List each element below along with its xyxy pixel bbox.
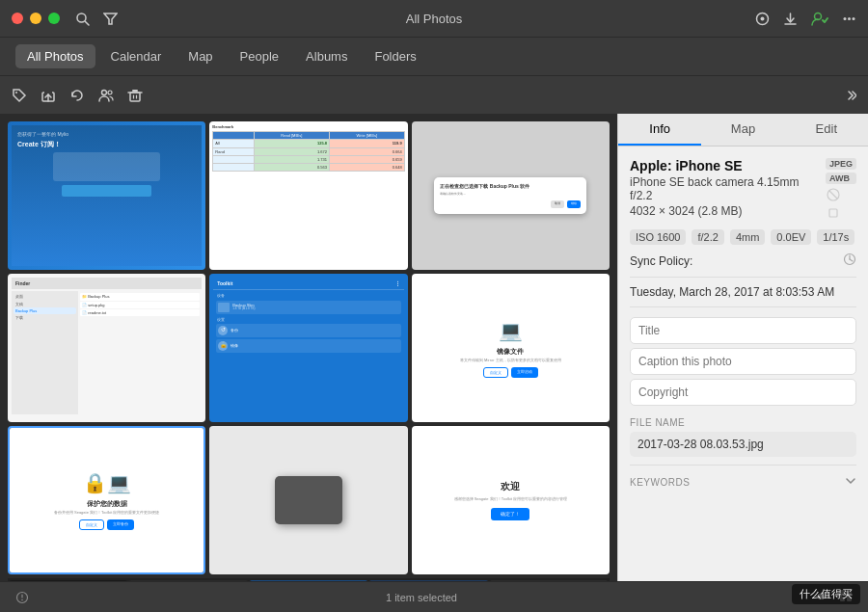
tab-edit[interactable]: Edit xyxy=(785,114,868,146)
grid-item[interactable]: 正在检查您已选择下载 Backup Plus 软件 请确认该软件安装... 取消… xyxy=(412,121,610,270)
title-input[interactable] xyxy=(630,317,856,344)
nav-albums[interactable]: Albums xyxy=(294,44,359,68)
sync-policy-row: Sync Policy: xyxy=(630,253,856,278)
date-row: Tuesday, March 28, 2017 at 8:03:53 AM xyxy=(630,285,856,307)
close-button[interactable] xyxy=(12,13,23,24)
screenshot-harddrive xyxy=(209,426,407,574)
svg-point-8 xyxy=(844,17,847,20)
more-icon[interactable] xyxy=(842,12,856,26)
resolution: 4032 × 3024 (2.8 MB) xyxy=(630,204,820,218)
rotate-icon[interactable] xyxy=(69,88,85,103)
screenshot-dialog: 正在检查您已选择下载 Backup Plus 软件 请确认该软件安装... 取消… xyxy=(412,121,610,270)
bottom-thumb[interactable] xyxy=(250,580,367,581)
nav-calendar[interactable]: Calendar xyxy=(99,44,174,68)
svg-point-4 xyxy=(761,16,765,20)
grid-item[interactable]: Benchmark Read [MB/s] Write [MB/s] All 1… xyxy=(209,121,407,270)
download-icon[interactable] xyxy=(783,12,798,26)
filename-label: FILE NAME xyxy=(630,417,856,428)
grid-item[interactable]: 💻 镜像文件 将文件传输到 Mirror 主机，以防有更多的文档可以重复使用 自… xyxy=(412,274,610,422)
search-icon[interactable] xyxy=(75,12,90,26)
svg-line-21 xyxy=(829,191,837,199)
title-bar: All Photos xyxy=(0,0,868,37)
nav-people[interactable]: People xyxy=(229,44,290,68)
tab-map[interactable]: Map xyxy=(701,114,784,146)
ev-value: 0.0EV xyxy=(771,229,811,245)
capture-date: Tuesday, March 28, 2017 at 8:03:53 AM xyxy=(630,285,834,299)
photo-grid[interactable]: 您获得了一整年的 Mylio Create 订阅！ Benchmark Read… xyxy=(0,114,617,581)
awb-badge: AWB xyxy=(826,173,856,184)
filter-icon[interactable] xyxy=(103,12,118,26)
screenshot-promo: 您获得了一整年的 Mylio Create 订阅！ xyxy=(8,121,205,270)
toolbar xyxy=(0,75,868,114)
grid-item[interactable]: 欢迎 感谢您选择 Seagate 我们！Toolkit 应用您可以重要的内容进行… xyxy=(412,426,610,574)
title-field-container xyxy=(630,317,856,348)
caption-input[interactable] xyxy=(630,348,856,375)
svg-point-13 xyxy=(102,90,107,94)
status-text: 1 item selected xyxy=(386,592,457,603)
right-panel: Info Map Edit Apple: iPhone SE iPhone SE… xyxy=(617,114,868,581)
tab-info[interactable]: Info xyxy=(618,114,701,146)
exif-row: ISO 1600 f/2.2 4mm 0.0EV 1/17s xyxy=(630,229,856,245)
bottom-bar: 1 item selected xyxy=(0,581,868,612)
keywords-section: KEYWORDS xyxy=(630,465,856,491)
svg-point-28 xyxy=(21,599,23,600)
maximize-button[interactable] xyxy=(48,13,60,24)
chevron-right-icon[interactable] xyxy=(845,88,856,103)
screenshot-welcome: 欢迎 感谢您选择 Seagate 我们！Toolkit 应用您可以重要的内容进行… xyxy=(412,426,610,574)
trash-icon[interactable] xyxy=(127,88,143,103)
share-icon[interactable] xyxy=(41,88,56,103)
people-icon[interactable] xyxy=(98,88,114,103)
camera-model: iPhone SE back camera 4.15mm f/2.2 xyxy=(630,175,820,202)
svg-point-11 xyxy=(15,92,17,93)
copyright-input[interactable] xyxy=(630,379,856,406)
chat-icon[interactable] xyxy=(755,12,770,26)
svg-point-10 xyxy=(853,17,855,20)
grid-item[interactable]: 您获得了一整年的 Mylio Create 订阅！ xyxy=(8,121,205,270)
bottom-thumb[interactable] xyxy=(369,580,487,581)
focal-length-value: 4mm xyxy=(730,229,765,245)
bottom-thumb[interactable] xyxy=(10,580,127,581)
traffic-lights xyxy=(12,13,60,24)
grid-item[interactable]: Toolkit ⋮ 设备 Backup Slim1.8 TB (A 1.8 TB… xyxy=(209,274,407,422)
iso-value: ISO 1600 xyxy=(630,229,686,245)
svg-line-1 xyxy=(86,21,90,25)
svg-marker-2 xyxy=(104,13,117,24)
grid-item-selected[interactable]: 🔒💻 保护您的数据 备份并使用 Seagate 我们！Toolkit 应用您的重… xyxy=(8,426,205,574)
nav-bar: All Photos Calendar Map People Albums Fo… xyxy=(0,37,868,75)
aperture-value: f/2.2 xyxy=(692,229,723,245)
grid-item[interactable] xyxy=(209,426,407,574)
panel-tabs: Info Map Edit xyxy=(618,114,868,146)
no-flash-icon xyxy=(826,187,841,202)
svg-point-9 xyxy=(848,17,851,20)
nav-all-photos[interactable]: All Photos xyxy=(15,44,95,68)
minimize-button[interactable] xyxy=(30,13,41,24)
watermark-text: 什么值得买 xyxy=(800,588,853,599)
screenshot-benchmark: Benchmark Read [MB/s] Write [MB/s] All 1… xyxy=(209,121,407,270)
screenshot-protect: 🔒💻 保护您的数据 备份并使用 Seagate 我们！Toolkit 应用您的重… xyxy=(10,428,203,572)
svg-point-0 xyxy=(77,13,86,22)
camera-make: Apple: iPhone SE xyxy=(630,158,820,173)
grid-container: 您获得了一整年的 Mylio Create 订阅！ Benchmark Read… xyxy=(8,121,610,574)
nav-map[interactable]: Map xyxy=(176,44,224,68)
shutter-value: 1/17s xyxy=(817,229,854,245)
sync-policy-label: Sync Policy: xyxy=(630,254,692,268)
svg-line-25 xyxy=(850,259,853,261)
filename-value: 2017-03-28 08.03.53.jpg xyxy=(630,432,856,457)
rotate-badge-icon xyxy=(826,205,841,221)
bottom-left xyxy=(15,590,29,603)
filename-section: FILE NAME 2017-03-28 08.03.53.jpg xyxy=(630,417,856,457)
grid-item[interactable]: Finder 桌面 文稿 Backup Plus 下载 📁 Backup Plu… xyxy=(8,274,205,422)
sync-policy-icon xyxy=(843,253,856,269)
nav-folders[interactable]: Folders xyxy=(363,44,427,68)
keywords-expand-icon[interactable] xyxy=(845,473,856,491)
tag-icon[interactable] xyxy=(12,88,27,103)
bottom-thumbnails xyxy=(8,578,610,581)
jpeg-badge: JPEG xyxy=(826,158,856,170)
bottom-thumb[interactable] xyxy=(129,580,247,581)
caption-field-container xyxy=(630,348,856,379)
user-check-icon[interactable] xyxy=(811,12,828,26)
bottom-thumb[interactable] xyxy=(490,580,608,581)
panel-info-content: Apple: iPhone SE iPhone SE back camera 4… xyxy=(618,146,868,502)
screenshot-import: 💻 镜像文件 将文件传输到 Mirror 主机，以防有更多的文档可以重复使用 自… xyxy=(412,274,610,422)
screenshot-toolkit: Toolkit ⋮ 设备 Backup Slim1.8 TB (A 1.8 TB… xyxy=(209,274,407,422)
